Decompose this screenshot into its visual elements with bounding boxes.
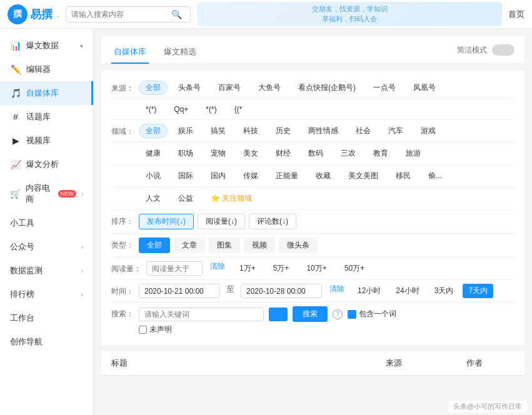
no-declare-checkbox[interactable]: 未声明 (139, 324, 514, 335)
sidebar-item-创作导航[interactable]: 创作导航 (0, 330, 93, 354)
domain-全部[interactable]: 全部 (139, 124, 168, 138)
sort-comment-count[interactable]: 评论数(↓) (249, 214, 296, 229)
sidebar-item-内容电商[interactable]: 🛒 内容电商 NEW › (0, 176, 93, 211)
domain-关注领域[interactable]: ⭐ 关注领域 (204, 191, 259, 206)
top-search-input[interactable] (71, 10, 171, 19)
sidebar-label: 视频库 (26, 135, 51, 146)
no-declare-input[interactable] (139, 326, 147, 334)
sidebar-item-小工具[interactable]: 小工具 (0, 211, 93, 235)
read-50w[interactable]: 50万+ (338, 261, 371, 276)
sidebar-item-视频库[interactable]: ▶ 视频库 (0, 129, 93, 152)
domain-人文[interactable]: 人文 (139, 191, 168, 206)
simple-mode-toggle[interactable]: 简洁模式 (457, 44, 514, 56)
domain-娱乐[interactable]: 娱乐 (171, 124, 200, 138)
domain-两性情感[interactable]: 两性情感 (301, 124, 345, 138)
domain-移民[interactable]: 移民 (389, 169, 418, 183)
sidebar-item-公众号[interactable]: 公众号 › (0, 235, 93, 259)
domain-正能量[interactable]: 正能量 (269, 169, 305, 183)
home-nav[interactable]: 首页 (508, 9, 524, 20)
source-百家号[interactable]: 百家号 (211, 81, 248, 95)
domain-宠物[interactable]: 宠物 (204, 146, 233, 161)
domain-公益[interactable]: 公益 (171, 191, 200, 206)
arrow-icon: › (81, 191, 83, 198)
source-一点号[interactable]: 一点号 (366, 81, 403, 95)
domain-filter-row4: 人文 公益 ⭐ 关注领域 (111, 188, 514, 210)
read-input[interactable] (146, 261, 203, 276)
type-图集[interactable]: 图集 (209, 238, 240, 253)
domain-options4: 人文 公益 ⭐ 关注领域 (139, 191, 514, 206)
read-5w[interactable]: 5万+ (266, 261, 296, 276)
include-one-word[interactable]: 包含一个词 (348, 309, 396, 319)
new-badge: NEW (58, 190, 76, 198)
domain-美女[interactable]: 美女 (236, 146, 265, 161)
sidebar-item-自媒体库[interactable]: 🎵 自媒体库 (0, 81, 93, 105)
type-微头条[interactable]: 微头条 (279, 238, 318, 253)
domain-美文美图[interactable]: 美文美图 (341, 169, 385, 183)
domain-职场[interactable]: 职场 (171, 146, 200, 161)
type-全部[interactable]: 全部 (139, 238, 170, 253)
time-7d[interactable]: 7天内 (463, 284, 493, 298)
type-options: 全部 文章 图集 视频 微头条 (139, 238, 514, 253)
source-大鱼号[interactable]: 大鱼号 (251, 81, 288, 95)
tab-爆文精选[interactable]: 爆文精选 (161, 41, 199, 64)
source-看点快报[interactable]: 看点快报(企鹅号) (291, 81, 363, 95)
top-banner: 交朋友，找资源，学知识 享福利，扫码入会 (197, 2, 502, 26)
sidebar-item-话题库[interactable]: # 话题库 (0, 105, 93, 129)
source-凤凰号[interactable]: 凤凰号 (406, 81, 443, 95)
domain-options: 全部 娱乐 搞笑 科技 历史 两性情感 社会 汽车 游戏 (139, 124, 514, 138)
time-24h[interactable]: 24小时 (390, 284, 424, 298)
sort-publish-time[interactable]: 发布时间(↓) (139, 214, 194, 229)
top-search-icon[interactable]: 🔍 (171, 9, 182, 19)
search-toggle[interactable] (269, 308, 288, 321)
type-文章[interactable]: 文章 (174, 238, 205, 253)
domain-教育[interactable]: 教育 (366, 146, 395, 161)
domain-财经[interactable]: 财经 (269, 146, 298, 161)
read-clear-btn[interactable]: 清除 (206, 261, 229, 276)
domain-社会[interactable]: 社会 (349, 124, 378, 138)
type-视频[interactable]: 视频 (244, 238, 275, 253)
sidebar-item-编辑器[interactable]: ✏️ 编辑器 (0, 58, 93, 81)
domain-汽车[interactable]: 汽车 (381, 124, 410, 138)
sidebar-item-数据监测[interactable]: 数据监测 › (0, 259, 93, 282)
domain-历史[interactable]: 历史 (269, 124, 298, 138)
sort-read-count[interactable]: 阅读量(↓) (198, 214, 245, 229)
domain-偷[interactable]: 偷... (421, 169, 449, 183)
domain-数码[interactable]: 数码 (301, 146, 330, 161)
domain-搞笑[interactable]: 搞笑 (204, 124, 233, 138)
编辑器-icon: ✏️ (10, 64, 21, 75)
search-button[interactable]: 搜索 (293, 306, 328, 322)
source-全部[interactable]: 全部 (139, 81, 168, 95)
time-clear-btn[interactable]: 清除 (326, 284, 348, 298)
source-row2-options: *(*) Qq+ *(*) {(* (139, 103, 514, 116)
read-1w[interactable]: 1万+ (233, 261, 263, 276)
sidebar-item-排行榜[interactable]: 排行榜 › (0, 282, 93, 306)
domain-旅游[interactable]: 旅游 (399, 146, 428, 161)
source-头条号[interactable]: 头条号 (171, 81, 208, 95)
top-search-bar[interactable]: 🔍 (66, 6, 191, 22)
domain-三农[interactable]: 三农 (334, 146, 363, 161)
domain-国内[interactable]: 国内 (204, 169, 233, 183)
domain-传媒[interactable]: 传媒 (236, 169, 265, 183)
search-keyword-input[interactable] (139, 308, 264, 321)
source-r2-4[interactable]: {(* (228, 103, 249, 116)
search-help-icon[interactable]: ? (333, 309, 343, 319)
toggle-switch[interactable] (492, 44, 514, 56)
tab-自媒体库[interactable]: 自媒体库 (111, 41, 149, 64)
time-end-input[interactable] (241, 284, 322, 298)
read-10w[interactable]: 10万+ (299, 261, 333, 276)
sidebar-item-爆文分析[interactable]: 📈 爆文分析 (0, 152, 93, 176)
sidebar-item-工作台[interactable]: 工作台 (0, 306, 93, 330)
source-r2-2[interactable]: Qq+ (167, 103, 195, 116)
source-r2-1[interactable]: *(*) (139, 103, 163, 116)
sidebar-item-爆文数据[interactable]: 📊 爆文数据 ▾ (0, 34, 93, 58)
domain-国际[interactable]: 国际 (171, 169, 200, 183)
domain-游戏[interactable]: 游戏 (414, 124, 443, 138)
domain-科技[interactable]: 科技 (236, 124, 265, 138)
domain-收藏[interactable]: 收藏 (309, 169, 338, 183)
time-12h[interactable]: 12小时 (352, 284, 386, 298)
source-r2-3[interactable]: *(*) (199, 103, 223, 116)
time-start-input[interactable] (139, 284, 220, 298)
domain-健康[interactable]: 健康 (139, 146, 168, 161)
domain-小说[interactable]: 小说 (139, 169, 168, 183)
time-3d[interactable]: 3天内 (429, 284, 459, 298)
